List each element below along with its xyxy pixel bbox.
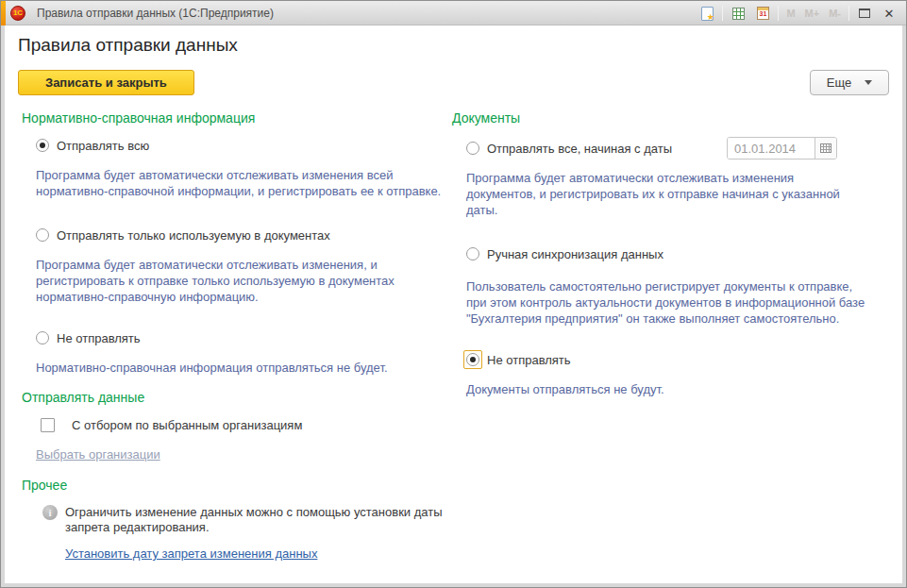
- checkbox[interactable]: [41, 418, 55, 432]
- radio-option-no-send-nsi[interactable]: Не отправлять: [36, 329, 452, 346]
- page-title: Правила отправки данных: [18, 35, 902, 56]
- section-header-nsi: Нормативно-справочная информация: [22, 110, 452, 126]
- more-button-label: Еще: [827, 76, 851, 90]
- radio-label: Не отправлять: [487, 353, 571, 367]
- form-content: Правила отправки данных Записать и закры…: [5, 25, 902, 583]
- titlebar-separator: [848, 6, 849, 21]
- radio-button[interactable]: [466, 353, 479, 366]
- description-text: Пользователь самостоятельно регистрирует…: [466, 278, 882, 327]
- calendar-icon[interactable]: 31: [753, 4, 772, 23]
- focus-ring: [463, 350, 482, 369]
- radio-option-no-send-docs[interactable]: Не отправлять: [466, 351, 882, 368]
- favorites-icon[interactable]: ★: [697, 4, 716, 23]
- radio-button[interactable]: [36, 139, 49, 152]
- titlebar: 1С Правила отправки данных (1С:Предприят…: [1, 1, 906, 25]
- description-text: Нормативно-справочная информация отправл…: [36, 360, 452, 376]
- start-date-input[interactable]: 01.01.2014: [728, 138, 815, 159]
- active-window-accent: [1, 1, 6, 25]
- radio-label: Отправлять только используемую в докумен…: [57, 228, 330, 243]
- save-and-close-button[interactable]: Записать и закрыть: [18, 70, 194, 95]
- description-text: Документы отправляться не будут.: [466, 381, 882, 397]
- close-button[interactable]: ✕: [880, 4, 899, 23]
- titlebar-separator: [722, 6, 723, 21]
- radio-label: Отправлять все, начиная с даты: [487, 142, 672, 156]
- radio-option-send-used-nsi[interactable]: Отправлять только используемую в докумен…: [36, 227, 452, 244]
- section-header-documents: Документы: [452, 110, 882, 126]
- info-icon: i: [42, 505, 58, 520]
- radio-button[interactable]: [36, 331, 49, 344]
- memory-m-plus-button[interactable]: M+: [803, 8, 822, 19]
- calendar-number: 31: [758, 9, 768, 19]
- radio-option-send-all-nsi[interactable]: Отправлять всю: [36, 137, 452, 154]
- maximize-button[interactable]: [855, 4, 874, 23]
- close-icon: ✕: [884, 8, 895, 20]
- date-picker-button[interactable]: [815, 138, 836, 159]
- toolbar: Записать и закрыть Еще: [18, 70, 889, 95]
- calendar-grid-icon: [820, 143, 831, 153]
- memory-m-button[interactable]: M: [784, 8, 797, 19]
- section-header-send-data: Отправлять данные: [22, 390, 452, 405]
- description-text: Программа будет автоматически отслеживат…: [36, 167, 452, 199]
- calculator-icon[interactable]: [729, 4, 747, 23]
- app-window: 1С Правила отправки данных (1С:Предприят…: [0, 0, 907, 588]
- radio-label: Отправлять всю: [57, 139, 149, 153]
- radio-option-send-all-docs[interactable]: Отправлять все, начиная с даты 01.01.201…: [466, 137, 882, 160]
- chevron-down-icon: [865, 80, 872, 85]
- memory-m-minus-button[interactable]: M-: [827, 8, 843, 19]
- checkbox-option-filter-orgs[interactable]: С отбором по выбранным организациям: [41, 418, 452, 432]
- start-date-control: 01.01.2014: [727, 137, 837, 160]
- titlebar-separator: [778, 6, 779, 21]
- radio-button[interactable]: [466, 247, 479, 260]
- info-text: Ограничить изменение данных можно с помо…: [65, 505, 452, 535]
- select-organizations-link[interactable]: Выбрать организации: [36, 447, 160, 462]
- 1c-logo-icon: 1С: [10, 6, 25, 21]
- radio-button[interactable]: [36, 228, 49, 242]
- radio-label: Не отправлять: [57, 331, 141, 345]
- set-restriction-date-link[interactable]: Установить дату запрета изменения данных: [65, 546, 317, 561]
- description-text: Программа будет автоматически отслеживат…: [466, 170, 882, 218]
- star-glyph: ★: [707, 13, 714, 22]
- radio-button[interactable]: [466, 142, 479, 155]
- more-button[interactable]: Еще: [810, 70, 889, 95]
- section-header-other: Прочее: [22, 478, 452, 493]
- window-title: Правила отправки данных (1С:Предприятие): [37, 7, 274, 20]
- description-text: Программа будет автоматически отслеживат…: [36, 257, 452, 305]
- radio-option-manual-sync[interactable]: Ручная синхронизация данных: [466, 245, 882, 262]
- info-row: i Ограничить изменение данных можно с по…: [42, 505, 452, 535]
- radio-label: Ручная синхронизация данных: [487, 247, 663, 261]
- checkbox-label: С отбором по выбранным организациям: [72, 418, 302, 432]
